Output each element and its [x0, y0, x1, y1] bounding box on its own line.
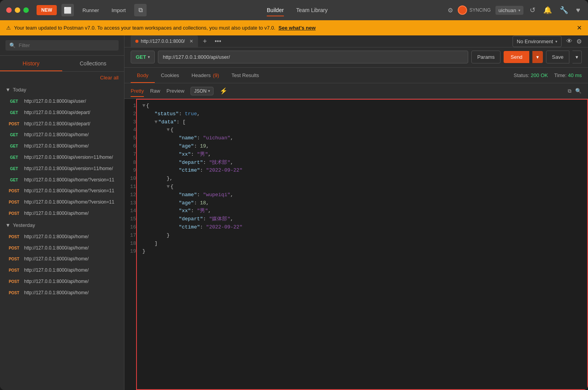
tab-url-label: http://127.0.0.1:8000/ [141, 39, 185, 44]
code-line: 16 "ctime": "2022-09-22" [124, 223, 588, 232]
code-line: 18 ] [124, 240, 588, 248]
heart-icon[interactable]: ♥ [574, 5, 582, 16]
history-url: http://127.0.0.1:8000/api/home/ [24, 278, 89, 285]
syncing-label: SYNCING [469, 7, 491, 13]
search-icon: 🔍 [9, 42, 16, 48]
code-line: 19 } [124, 248, 588, 256]
settings-icon[interactable]: ⚙ [448, 7, 453, 14]
active-request-tab[interactable]: http://127.0.0.1:8000/ ✕ [131, 35, 198, 47]
params-button[interactable]: Params [471, 51, 500, 63]
search-response-icon[interactable]: 🔍 [575, 88, 582, 94]
preview-tab[interactable]: Preview [166, 86, 184, 95]
copy-icon[interactable]: ⧉ [568, 88, 571, 94]
status-bar: Status: 200 OK Time: 40 ms [514, 72, 582, 78]
today-group-header[interactable]: ▼ Today [5, 84, 119, 96]
history-url: http://127.0.0.1:8000/api/user/ [24, 98, 86, 105]
raw-tab[interactable]: Raw [150, 86, 160, 95]
tab-dot [135, 40, 138, 43]
new-button[interactable]: NEW [37, 5, 57, 15]
yesterday-group: ▼ Yesterday POST http://127.0.0.1:8000/a… [0, 219, 124, 299]
list-item[interactable]: POST http://127.0.0.1:8000/api/home/ [5, 253, 119, 265]
code-viewer[interactable]: 1 ▼{ 2 "status": true, 3 ▼"data": [ [124, 99, 588, 390]
search-input[interactable] [19, 42, 115, 48]
environment-select[interactable]: No Environment ▾ [513, 36, 562, 47]
json-response-area: Pretty Raw Preview JSON ▾ ⚡ ⧉ 🔍 [124, 83, 588, 390]
list-item[interactable]: POST http://127.0.0.1:8000/api/home/?ver… [5, 197, 119, 208]
list-item[interactable]: POST http://127.0.0.1:8000/api/depart/ [5, 118, 119, 130]
maximize-button[interactable] [23, 7, 29, 13]
app-window: NEW ⬜ Runner Import ⧉ Builder Team Libra… [0, 0, 588, 390]
url-input[interactable] [158, 51, 468, 63]
bell-icon[interactable]: 🔔 [542, 4, 553, 16]
runner-button[interactable]: Runner [79, 5, 103, 16]
format-select[interactable]: JSON ▾ [191, 87, 214, 95]
save-button[interactable]: Save [546, 51, 569, 63]
list-item[interactable]: GET http://127.0.0.1:8000/api/home/?vers… [5, 174, 119, 186]
collections-tab[interactable]: Collections [62, 56, 124, 71]
new-tab-button[interactable]: + [200, 36, 210, 47]
code-line: 4 ▼{ [124, 126, 588, 134]
history-url: http://127.0.0.1:8000/api/depart/ [24, 121, 90, 127]
list-item[interactable]: POST http://127.0.0.1:8000/api/home/ [5, 208, 119, 219]
send-button[interactable]: Send [504, 51, 529, 63]
workspace-icon[interactable]: ⬜ [61, 4, 74, 16]
list-item[interactable]: POST http://127.0.0.1:8000/api/home/ [5, 287, 119, 299]
code-line: 14 "xx": "男", [124, 207, 588, 215]
list-item[interactable]: GET http://127.0.0.1:8000/api/version=11… [5, 152, 119, 163]
list-item[interactable]: POST http://127.0.0.1:8000/api/home/ [5, 242, 119, 254]
titlebar-nav: Builder Team Library [151, 5, 443, 15]
list-item[interactable]: POST http://127.0.0.1:8000/api/home/ [5, 265, 119, 276]
pretty-tab[interactable]: Pretty [131, 86, 144, 95]
list-item[interactable]: GET http://127.0.0.1:8000/api/version=11… [5, 163, 119, 174]
code-line: 1 ▼{ [124, 102, 588, 110]
import-button[interactable]: Import [108, 5, 130, 16]
list-item[interactable]: GET http://127.0.0.1:8000/api/home/ [5, 141, 119, 152]
list-item[interactable]: GET http://127.0.0.1:8000/api/depart/ [5, 107, 119, 118]
banner-link[interactable]: See what's new [278, 25, 316, 31]
list-item[interactable]: GET http://127.0.0.1:8000/api/home/ [5, 129, 119, 141]
code-line: 13 "age": 18, [124, 199, 588, 207]
body-tab[interactable]: Body [131, 68, 155, 83]
banner-close-button[interactable]: ✕ [577, 24, 582, 32]
send-dropdown-button[interactable]: ▾ [532, 51, 543, 63]
filter-icon[interactable]: ⚡ [220, 87, 228, 95]
list-item[interactable]: GET http://127.0.0.1:8000/api/user/ [5, 96, 119, 107]
yesterday-group-header[interactable]: ▼ Yesterday [5, 219, 119, 231]
list-item[interactable]: POST http://127.0.0.1:8000/api/home/ [5, 276, 119, 287]
method-badge-get: GET [7, 143, 21, 149]
tab-close-icon[interactable]: ✕ [189, 39, 193, 44]
history-tab[interactable]: History [0, 56, 62, 71]
code-line: 7 "xx": "男", [124, 151, 588, 159]
method-badge-post: POST [7, 279, 21, 285]
code-line: 12 "name": "wupeiqi", [124, 191, 588, 199]
minimize-button[interactable] [15, 7, 20, 13]
sidebar: 🔍 History Collections Clear all ▼ Today [0, 35, 124, 390]
format-label: JSON [194, 88, 206, 94]
list-item[interactable]: POST http://127.0.0.1:8000/api/home/ [5, 231, 119, 242]
builder-tab[interactable]: Builder [267, 5, 284, 15]
history-url: http://127.0.0.1:8000/api/home/?version=… [24, 188, 114, 194]
save-dropdown-button[interactable]: ▾ [572, 51, 582, 63]
method-select[interactable]: GET ▾ [131, 51, 155, 63]
today-group: ▼ Today GET http://127.0.0.1:8000/api/us… [0, 84, 124, 219]
method-badge-get: GET [7, 132, 21, 138]
list-item[interactable]: POST http://127.0.0.1:8000/api/home/?ver… [5, 185, 119, 197]
refresh-icon[interactable]: ↺ [528, 4, 537, 16]
code-line: 9 "ctime": "2022-09-22" [124, 167, 588, 175]
wrench-icon[interactable]: 🔧 [558, 4, 570, 16]
clear-all-button[interactable]: Clear all [100, 75, 119, 81]
cookies-tab[interactable]: Cookies [155, 68, 186, 83]
eye-icon[interactable]: 👁 [566, 38, 572, 45]
new-window-icon[interactable]: ⧉ [134, 4, 147, 16]
more-tabs-button[interactable]: ••• [212, 36, 224, 46]
close-button[interactable] [6, 7, 12, 13]
user-menu[interactable]: uichuan ▾ [495, 6, 524, 15]
sidebar-scroll[interactable]: ▼ Today GET http://127.0.0.1:8000/api/us… [0, 84, 124, 390]
history-url: http://127.0.0.1:8000/api/home/ [24, 267, 89, 274]
test-results-tab[interactable]: Test Results [225, 68, 265, 83]
env-settings-icon[interactable]: ⚙ [576, 38, 582, 45]
history-url: http://127.0.0.1:8000/api/home/?version=… [24, 177, 114, 183]
titlebar: NEW ⬜ Runner Import ⧉ Builder Team Libra… [0, 0, 588, 20]
headers-tab[interactable]: Headers (9) [186, 68, 226, 83]
team-library-tab[interactable]: Team Library [296, 5, 328, 15]
